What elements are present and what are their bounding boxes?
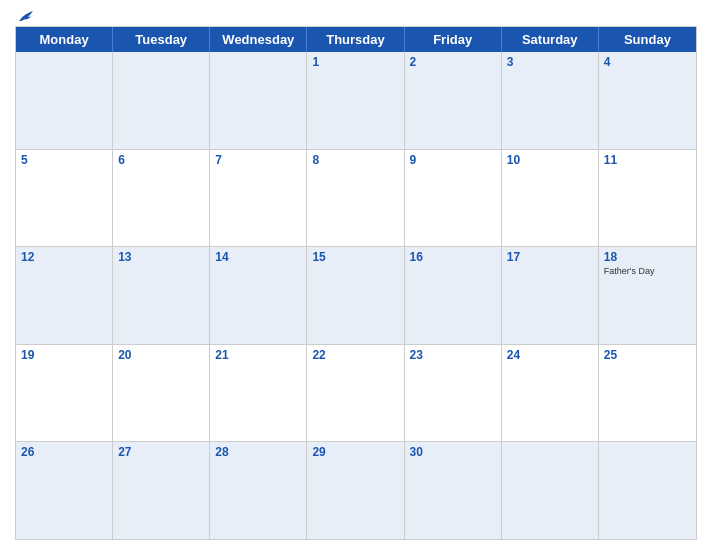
- day-number: 9: [410, 153, 496, 167]
- day-cell: [16, 52, 113, 149]
- day-cell: [502, 442, 599, 539]
- day-cell: 29: [307, 442, 404, 539]
- day-cell: 3: [502, 52, 599, 149]
- day-cell: 10: [502, 150, 599, 247]
- day-cell: 18Father's Day: [599, 247, 696, 344]
- day-header-wednesday: Wednesday: [210, 27, 307, 52]
- week-row-3: 12131415161718Father's Day: [16, 247, 696, 345]
- day-number: 30: [410, 445, 496, 459]
- day-cell: 19: [16, 345, 113, 442]
- day-number: 25: [604, 348, 691, 362]
- day-cell: 28: [210, 442, 307, 539]
- day-cell: 2: [405, 52, 502, 149]
- week-row-4: 19202122232425: [16, 345, 696, 443]
- day-cell: 11: [599, 150, 696, 247]
- day-number: 13: [118, 250, 204, 264]
- day-number: 1: [312, 55, 398, 69]
- logo: [15, 9, 35, 23]
- day-cell: 24: [502, 345, 599, 442]
- day-number: 2: [410, 55, 496, 69]
- day-number: 7: [215, 153, 301, 167]
- day-number: 26: [21, 445, 107, 459]
- day-cell: 17: [502, 247, 599, 344]
- day-cell: 6: [113, 150, 210, 247]
- day-cell: 9: [405, 150, 502, 247]
- week-row-1: 1234: [16, 52, 696, 150]
- day-number: 11: [604, 153, 691, 167]
- day-number: 16: [410, 250, 496, 264]
- day-cell: 21: [210, 345, 307, 442]
- day-cell: 30: [405, 442, 502, 539]
- day-cell: 13: [113, 247, 210, 344]
- week-row-2: 567891011: [16, 150, 696, 248]
- day-cell: 22: [307, 345, 404, 442]
- day-number: 19: [21, 348, 107, 362]
- day-cell: [599, 442, 696, 539]
- day-number: 10: [507, 153, 593, 167]
- day-number: 29: [312, 445, 398, 459]
- day-number: 5: [21, 153, 107, 167]
- day-number: 27: [118, 445, 204, 459]
- day-cell: 12: [16, 247, 113, 344]
- day-cell: 23: [405, 345, 502, 442]
- day-cell: 25: [599, 345, 696, 442]
- day-cell: 14: [210, 247, 307, 344]
- day-cell: [210, 52, 307, 149]
- day-header-friday: Friday: [405, 27, 502, 52]
- day-number: 8: [312, 153, 398, 167]
- day-number: 28: [215, 445, 301, 459]
- day-headers-row: MondayTuesdayWednesdayThursdayFridaySatu…: [16, 27, 696, 52]
- day-number: 14: [215, 250, 301, 264]
- day-number: 20: [118, 348, 204, 362]
- day-number: 23: [410, 348, 496, 362]
- day-number: 21: [215, 348, 301, 362]
- day-number: 22: [312, 348, 398, 362]
- day-cell: 5: [16, 150, 113, 247]
- day-cell: 20: [113, 345, 210, 442]
- day-cell: 1: [307, 52, 404, 149]
- day-cell: 15: [307, 247, 404, 344]
- day-header-sunday: Sunday: [599, 27, 696, 52]
- day-number: 18: [604, 250, 691, 264]
- day-header-tuesday: Tuesday: [113, 27, 210, 52]
- day-number: 4: [604, 55, 691, 69]
- calendar: MondayTuesdayWednesdayThursdayFridaySatu…: [15, 26, 697, 540]
- week-row-5: 2627282930: [16, 442, 696, 539]
- logo-blue: [15, 9, 35, 23]
- day-cell: [113, 52, 210, 149]
- day-cell: 7: [210, 150, 307, 247]
- day-cell: 4: [599, 52, 696, 149]
- day-number: 6: [118, 153, 204, 167]
- day-header-monday: Monday: [16, 27, 113, 52]
- day-header-thursday: Thursday: [307, 27, 404, 52]
- day-number: 3: [507, 55, 593, 69]
- day-cell: 27: [113, 442, 210, 539]
- day-number: 12: [21, 250, 107, 264]
- holiday-label: Father's Day: [604, 266, 691, 277]
- day-cell: 8: [307, 150, 404, 247]
- day-number: 24: [507, 348, 593, 362]
- day-cell: 16: [405, 247, 502, 344]
- page-header: [15, 10, 697, 20]
- day-cell: 26: [16, 442, 113, 539]
- day-number: 17: [507, 250, 593, 264]
- day-number: 15: [312, 250, 398, 264]
- weeks-container: 123456789101112131415161718Father's Day1…: [16, 52, 696, 539]
- day-header-saturday: Saturday: [502, 27, 599, 52]
